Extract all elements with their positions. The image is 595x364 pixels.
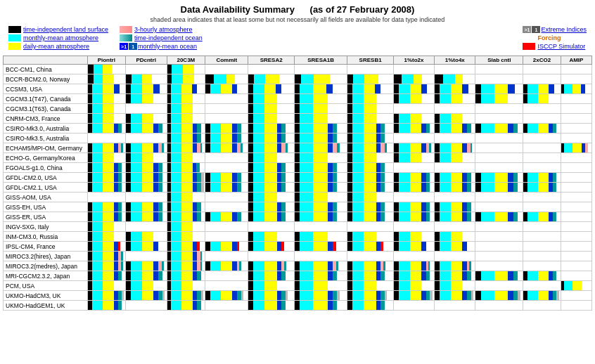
data-cell bbox=[523, 212, 561, 222]
data-cell bbox=[205, 114, 248, 124]
data-cell bbox=[125, 94, 167, 104]
data-cell bbox=[475, 222, 523, 232]
data-cell bbox=[523, 173, 561, 183]
legend-monthly-ocean-link[interactable]: monthly-mean ocean bbox=[138, 43, 197, 50]
col-1to4x: 1%to4x bbox=[435, 56, 475, 65]
table-row: CCSM3, USA bbox=[4, 84, 592, 94]
legend-monthly-atm-link[interactable]: monthly-mean atmosphere bbox=[23, 34, 98, 41]
col-piontrl: Piontrl bbox=[88, 56, 126, 65]
data-cell bbox=[248, 94, 294, 104]
col-sresb1: SRESB1 bbox=[347, 56, 393, 65]
data-cell bbox=[125, 202, 167, 212]
model-name-cell: GISS-ER, USA bbox=[4, 212, 88, 222]
legend-extreme: >1 1 Extreme Indices bbox=[523, 26, 587, 33]
data-cell bbox=[125, 104, 167, 114]
data-cell bbox=[435, 271, 475, 281]
data-cell bbox=[248, 183, 294, 193]
data-cell bbox=[435, 232, 475, 242]
data-cell bbox=[523, 193, 561, 202]
data-cell bbox=[294, 242, 347, 252]
data-cell bbox=[248, 114, 294, 124]
data-cell bbox=[393, 74, 434, 84]
col-sresa1b: SRESA1B bbox=[294, 56, 347, 65]
data-cell bbox=[167, 143, 205, 153]
data-cell bbox=[561, 193, 591, 202]
data-cell bbox=[205, 173, 248, 183]
data-cell bbox=[475, 261, 523, 271]
data-cell bbox=[475, 291, 523, 301]
data-cell bbox=[167, 261, 205, 271]
data-cell bbox=[435, 65, 475, 74]
data-cell bbox=[248, 65, 294, 74]
data-cell bbox=[205, 143, 248, 153]
data-cell bbox=[88, 271, 126, 281]
data-cell bbox=[475, 252, 523, 261]
legend-time-ocean-link[interactable]: time-independent ocean bbox=[134, 34, 203, 41]
data-cell bbox=[523, 291, 561, 301]
data-cell bbox=[347, 232, 393, 242]
data-cell bbox=[205, 134, 248, 143]
data-cell bbox=[88, 163, 126, 173]
data-cell bbox=[248, 193, 294, 202]
data-cell bbox=[347, 114, 393, 124]
data-cell bbox=[561, 74, 591, 84]
data-cell bbox=[347, 242, 393, 252]
data-cell bbox=[167, 212, 205, 222]
data-cell bbox=[125, 212, 167, 222]
data-cell bbox=[435, 124, 475, 134]
data-cell bbox=[435, 173, 475, 183]
model-name-cell: CCSM3, USA bbox=[4, 84, 88, 94]
data-cell bbox=[523, 183, 561, 193]
data-cell bbox=[167, 163, 205, 173]
data-cell bbox=[248, 232, 294, 242]
data-cell bbox=[393, 193, 434, 202]
data-cell bbox=[475, 134, 523, 143]
data-cell bbox=[125, 301, 167, 311]
data-cell bbox=[347, 153, 393, 163]
data-cell bbox=[125, 252, 167, 261]
model-name-cell: MRI-CGCM2.3.2, Japan bbox=[4, 271, 88, 281]
data-cell bbox=[347, 212, 393, 222]
data-cell bbox=[294, 232, 347, 242]
data-cell bbox=[294, 65, 347, 74]
data-cell bbox=[347, 271, 393, 281]
data-cell bbox=[205, 212, 248, 222]
data-cell bbox=[205, 222, 248, 232]
data-cell bbox=[205, 252, 248, 261]
data-cell bbox=[294, 134, 347, 143]
data-cell bbox=[347, 281, 393, 291]
data-cell bbox=[435, 104, 475, 114]
data-cell bbox=[475, 143, 523, 153]
data-cell bbox=[205, 193, 248, 202]
legend-isccp-link[interactable]: ISCCP Simulator bbox=[537, 43, 585, 50]
data-cell bbox=[475, 114, 523, 124]
data-cell bbox=[88, 94, 126, 104]
data-cell bbox=[393, 291, 434, 301]
data-cell bbox=[561, 153, 591, 163]
data-cell bbox=[167, 173, 205, 183]
data-cell bbox=[561, 84, 591, 94]
data-cell bbox=[435, 84, 475, 94]
legend-3h-atm-link[interactable]: 3-hourly atmosphere bbox=[134, 26, 193, 33]
data-cell bbox=[347, 301, 393, 311]
legend-extreme-link[interactable]: Extreme Indices bbox=[541, 26, 587, 33]
data-cell bbox=[248, 271, 294, 281]
data-cell bbox=[294, 183, 347, 193]
data-cell bbox=[294, 143, 347, 153]
col-amip: AMIP bbox=[561, 56, 591, 65]
legend-land-link[interactable]: time-independent land surface bbox=[23, 26, 108, 33]
data-cell bbox=[523, 242, 561, 252]
data-cell bbox=[561, 222, 591, 232]
data-cell bbox=[88, 114, 126, 124]
model-name-cell: PCM, USA bbox=[4, 281, 88, 291]
data-cell bbox=[125, 261, 167, 271]
data-cell bbox=[88, 252, 126, 261]
data-cell bbox=[523, 143, 561, 153]
data-cell bbox=[88, 124, 126, 134]
data-cell bbox=[248, 261, 294, 271]
data-cell bbox=[205, 153, 248, 163]
legend-daily-atm-link[interactable]: daily-mean atmosphere bbox=[23, 43, 89, 50]
data-cell bbox=[167, 74, 205, 84]
data-cell bbox=[125, 222, 167, 232]
data-cell bbox=[523, 202, 561, 212]
